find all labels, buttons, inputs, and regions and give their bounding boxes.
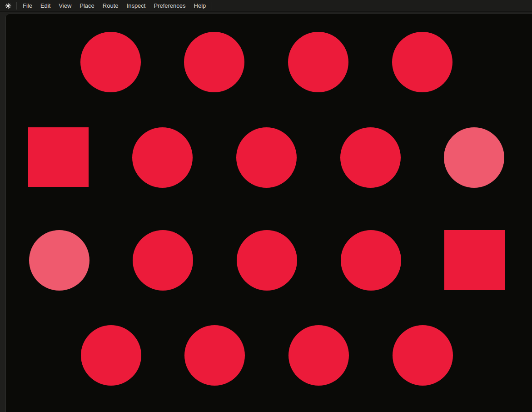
menu-items: FileEditViewPlaceRouteInspectPreferences… [19, 1, 210, 10]
pad-circle[interactable] [341, 230, 401, 291]
menu-item-file[interactable]: File [19, 1, 36, 10]
app-starburst-icon[interactable] [2, 3, 15, 9]
menubar-separator [212, 2, 212, 10]
pad-circle[interactable] [288, 325, 349, 386]
pad-circle[interactable] [236, 127, 297, 188]
pad-circle[interactable] [80, 32, 141, 92]
pad-circle[interactable] [392, 32, 452, 92]
menu-item-preferences[interactable]: Preferences [149, 1, 189, 10]
menu-item-place[interactable]: Place [75, 1, 99, 10]
menu-bar: FileEditViewPlaceRouteInspectPreferences… [0, 0, 532, 12]
pad-square[interactable] [28, 127, 89, 187]
pad-circle[interactable] [133, 230, 193, 291]
pad-circle[interactable] [340, 127, 401, 188]
pad-circle[interactable] [393, 325, 453, 386]
menu-item-edit[interactable]: Edit [36, 1, 55, 10]
pad-circle[interactable] [288, 32, 348, 92]
menu-item-help[interactable]: Help [190, 1, 210, 10]
pad-circle[interactable] [81, 325, 141, 386]
menubar-separator [16, 2, 17, 10]
menu-item-inspect[interactable]: Inspect [123, 1, 150, 10]
pad-circle[interactable] [237, 230, 297, 291]
menu-item-view[interactable]: View [55, 1, 75, 10]
pad-circle[interactable] [29, 230, 89, 291]
pad-circle[interactable] [132, 127, 193, 188]
menu-item-route[interactable]: Route [99, 1, 123, 10]
pad-square[interactable] [444, 230, 505, 290]
pad-circle[interactable] [184, 32, 244, 92]
pad-circle[interactable] [184, 325, 245, 386]
pad-circle[interactable] [444, 127, 504, 188]
